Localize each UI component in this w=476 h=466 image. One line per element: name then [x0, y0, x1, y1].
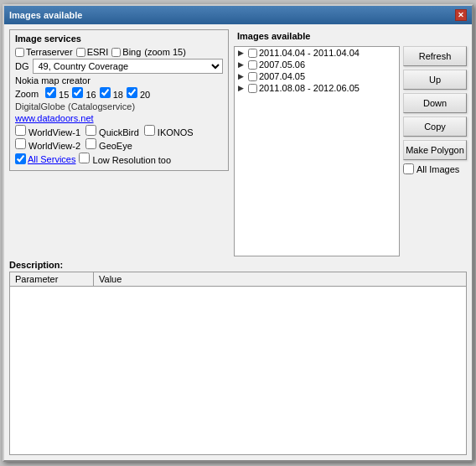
title-bar: Images available ✕: [4, 6, 472, 24]
zoom15-label[interactable]: 15: [45, 87, 69, 100]
geoeye-checkbox[interactable]: [85, 138, 96, 149]
nokia-label: Nokia map creator: [15, 75, 223, 85]
all-images-label: All Images: [416, 164, 459, 174]
list-item[interactable]: ▶ 2011.08.08 - 2012.06.05: [235, 82, 399, 94]
copy-button[interactable]: Copy: [403, 116, 467, 137]
low-resolution-checkbox[interactable]: [79, 153, 90, 163]
item1-checkbox[interactable]: [248, 60, 257, 70]
zoom20-label[interactable]: 20: [127, 87, 150, 100]
zoom18-label[interactable]: 18: [100, 87, 123, 100]
top-section: Image services Terraserver ESRI Bing: [9, 29, 467, 256]
list-item[interactable]: ▶ 2007.05.06: [235, 59, 399, 70]
tree-arrow-icon: ▶: [238, 72, 246, 80]
item0-checkbox[interactable]: [248, 49, 257, 58]
bing-label[interactable]: Bing: [111, 47, 141, 57]
tree-arrow-icon: ▶: [238, 60, 246, 69]
worldview1-label[interactable]: WorldView-1: [15, 125, 80, 137]
up-button[interactable]: Up: [403, 70, 467, 90]
left-panel: Image services Terraserver ESRI Bing: [9, 29, 229, 256]
terraserver-row: Terraserver ESRI Bing (zoom 15): [15, 47, 223, 57]
dg-row: DG 49, Country Coverage: [15, 59, 223, 74]
main-window: Images available ✕ Image services Terras…: [3, 4, 473, 462]
quickbird-checkbox[interactable]: [85, 125, 96, 136]
bing-checkbox[interactable]: [111, 48, 121, 57]
value-header: Value: [94, 272, 466, 286]
description-table: Parameter Value: [9, 272, 467, 455]
tree-arrow-icon: ▶: [238, 49, 246, 57]
dg-dropdown[interactable]: 49, Country Coverage: [33, 59, 224, 74]
low-resolution-label[interactable]: Low Resolution too: [79, 153, 171, 165]
description-section: Description: Parameter Value: [9, 260, 467, 455]
worldview2-label[interactable]: WorldView-2: [15, 138, 80, 151]
col-left: WorldView-1 WorldView-2: [15, 125, 80, 151]
window-title: Images available: [9, 10, 82, 20]
geoeye-label[interactable]: GeoEye: [85, 138, 139, 151]
digitalglobe-label: DigitalGlobe (Catalogservice): [15, 101, 223, 111]
item1-label: 2007.05.06: [259, 60, 305, 70]
bottom-row: All Services Low Resolution too: [15, 153, 223, 165]
zoom20-checkbox[interactable]: [127, 87, 137, 98]
esri-label[interactable]: ESRI: [76, 47, 109, 57]
ikonos-label[interactable]: IKONOS: [144, 125, 194, 137]
worldview2-checkbox[interactable]: [15, 138, 26, 149]
zoom15-checkbox[interactable]: [45, 87, 56, 98]
zoom16-label[interactable]: 16: [72, 87, 96, 100]
item2-checkbox[interactable]: [248, 72, 257, 81]
worldview1-checkbox[interactable]: [15, 125, 26, 136]
terraserver-label[interactable]: Terraserver: [15, 47, 73, 57]
item3-checkbox[interactable]: [248, 84, 257, 93]
datadoors-options: WorldView-1 WorldView-2 QuickBird: [15, 125, 223, 151]
item2-label: 2007.04.05: [259, 71, 305, 81]
all-services-label[interactable]: All Services: [15, 153, 75, 164]
window-body: Image services Terraserver ESRI Bing: [4, 24, 472, 460]
dg-label: DG: [15, 61, 29, 71]
make-polygon-button[interactable]: Make Polygon: [403, 140, 467, 160]
zoom16-checkbox[interactable]: [72, 87, 83, 98]
datadoors-link[interactable]: www.datadoors.net: [15, 113, 223, 123]
action-buttons: Refresh Up Down Copy Make Polygon All Im…: [403, 46, 467, 256]
item0-label: 2011.04.04 - 2011.04.04: [259, 48, 360, 58]
col-middle: QuickBird GeoEye: [85, 125, 139, 151]
tree-arrow-icon: ▶: [238, 84, 246, 92]
description-body: [10, 287, 466, 454]
col-right: IKONOS: [144, 125, 194, 151]
all-services-checkbox[interactable]: [15, 153, 26, 164]
zoom-label: Zoom: [15, 89, 42, 99]
image-services-title: Image services: [15, 34, 223, 44]
zoom-row: Zoom 15 16 18: [15, 87, 223, 100]
zoom18-checkbox[interactable]: [100, 87, 111, 98]
list-item[interactable]: ▶ 2011.04.04 - 2011.04.04: [235, 47, 399, 59]
down-button[interactable]: Down: [403, 93, 467, 113]
terraserver-checkbox[interactable]: [15, 48, 24, 57]
description-label: Description:: [9, 260, 467, 270]
zoom-info: (zoom 15): [144, 47, 186, 57]
all-images-checkbox[interactable]: [403, 163, 414, 174]
images-available-header: Images available: [234, 29, 467, 43]
ikonos-checkbox[interactable]: [144, 125, 155, 136]
all-images-row: All Images: [403, 163, 467, 174]
item3-label: 2011.08.08 - 2012.06.05: [259, 83, 360, 93]
parameter-header: Parameter: [10, 272, 94, 286]
image-services-group: Image services Terraserver ESRI Bing: [9, 29, 229, 171]
esri-checkbox[interactable]: [76, 48, 85, 57]
refresh-button[interactable]: Refresh: [403, 46, 467, 66]
close-button[interactable]: ✕: [455, 9, 467, 21]
description-header-row: Parameter Value: [10, 272, 466, 287]
images-list[interactable]: ▶ 2011.04.04 - 2011.04.04 ▶ 2007.05.06 ▶: [234, 46, 400, 256]
quickbird-label[interactable]: QuickBird: [85, 125, 139, 137]
right-panel: Images available ▶ 2011.04.04 - 2011.04.…: [234, 29, 467, 256]
list-item[interactable]: ▶ 2007.04.05: [235, 70, 399, 82]
